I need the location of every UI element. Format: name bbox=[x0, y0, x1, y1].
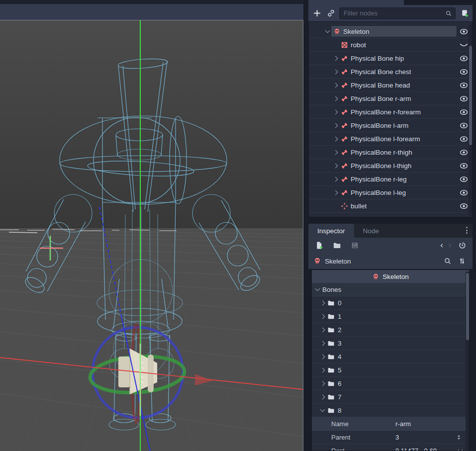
eye-open-icon[interactable] bbox=[460, 27, 468, 36]
chevron-right-icon[interactable] bbox=[333, 150, 338, 155]
folder-icon bbox=[327, 380, 335, 387]
bone-row-label: 5 bbox=[338, 366, 342, 374]
tree-row[interactable]: Physical Bone hip bbox=[309, 52, 472, 65]
chevron-right-icon[interactable] bbox=[333, 56, 338, 61]
new-resource-button[interactable] bbox=[313, 240, 324, 251]
tree-row[interactable]: Physical Bone r-arm bbox=[309, 92, 472, 105]
eye-open-icon[interactable] bbox=[460, 202, 468, 210]
tree-row[interactable]: PhysicalBone r-leg bbox=[309, 173, 472, 186]
chevron-right-icon[interactable] bbox=[320, 381, 325, 386]
spinner-icon[interactable] bbox=[456, 434, 462, 441]
chevron-right-icon[interactable] bbox=[320, 354, 325, 359]
tree-row-label: PhysicalBone l-forearm bbox=[351, 135, 420, 143]
bone-row[interactable]: 6 bbox=[312, 377, 469, 390]
tree-row[interactable]: Physical Bone head bbox=[309, 79, 472, 92]
tree-row[interactable]: robot bbox=[309, 38, 472, 52]
chevron-right-icon[interactable] bbox=[320, 327, 325, 332]
tree-row[interactable]: bullet bbox=[309, 199, 472, 213]
dock-menu-icon[interactable] bbox=[466, 227, 468, 234]
chevron-down-icon bbox=[315, 286, 320, 291]
inspector-tabbar: Inspector Node bbox=[308, 224, 473, 238]
chevron-right-icon[interactable] bbox=[333, 69, 338, 74]
property-value[interactable]: r-arm bbox=[395, 420, 462, 428]
chevron-right-icon[interactable] bbox=[333, 163, 338, 168]
tree-row-label: Skeleton bbox=[343, 28, 370, 35]
filter-nodes-box bbox=[339, 7, 456, 19]
tree-row[interactable]: AnimationPlayer bbox=[309, 213, 472, 217]
eye-open-icon[interactable] bbox=[460, 54, 468, 63]
eye-open-icon[interactable] bbox=[460, 175, 468, 183]
scene-tree-scroll-thumb[interactable] bbox=[469, 46, 472, 145]
chevron-right-icon[interactable] bbox=[320, 394, 325, 399]
add-node-button[interactable] bbox=[311, 8, 322, 19]
history-button[interactable] bbox=[457, 240, 468, 251]
bone-row[interactable]: 0 bbox=[312, 296, 469, 310]
chevron-right-icon[interactable] bbox=[333, 96, 338, 101]
bone-row[interactable]: 1 bbox=[312, 310, 469, 323]
tree-row[interactable]: Skeleton bbox=[309, 25, 472, 38]
chevron-right-icon[interactable] bbox=[333, 109, 338, 114]
viewport-3d[interactable] bbox=[0, 20, 303, 451]
folder-icon bbox=[327, 366, 335, 374]
history-forward-button[interactable]: › bbox=[448, 241, 452, 250]
tree-row[interactable]: PhysicalBone r-forearm bbox=[309, 105, 472, 119]
inspector-nodebar: Skeleton bbox=[308, 253, 473, 269]
inspector-body: Skeleton Bones 012345678 Namer-armParent… bbox=[311, 270, 470, 451]
bone-row[interactable]: 5 bbox=[312, 363, 469, 377]
eye-open-icon[interactable] bbox=[460, 148, 468, 157]
inspector-scroll-thumb[interactable] bbox=[466, 273, 469, 340]
mesh-icon bbox=[341, 41, 348, 49]
inspector-tools-button[interactable] bbox=[457, 256, 468, 267]
eye-open-icon[interactable] bbox=[460, 81, 468, 90]
chevron-right-icon[interactable] bbox=[333, 83, 338, 88]
eye-open-icon[interactable] bbox=[460, 22, 468, 23]
eye-closed-icon[interactable] bbox=[460, 41, 468, 49]
chevron-down-icon[interactable] bbox=[325, 28, 330, 33]
instance-scene-button[interactable] bbox=[325, 8, 336, 19]
tree-row[interactable]: PhysicalBone l-thigh bbox=[309, 159, 472, 173]
eye-open-icon[interactable] bbox=[460, 68, 468, 76]
tree-row-label: robot bbox=[351, 41, 366, 49]
tab-inspector[interactable]: Inspector bbox=[308, 224, 354, 238]
chevron-down-icon[interactable] bbox=[320, 407, 325, 412]
property-value[interactable]: 0.11477, -0.69 bbox=[395, 447, 457, 451]
folder-icon bbox=[327, 313, 335, 320]
section-bones[interactable]: Bones bbox=[312, 283, 469, 296]
eye-open-icon[interactable] bbox=[460, 94, 468, 103]
bone-row[interactable]: 2 bbox=[312, 323, 469, 337]
chevron-right-icon[interactable] bbox=[320, 367, 325, 372]
tree-row[interactable]: Physical Bone chest bbox=[309, 65, 472, 79]
filter-nodes-input[interactable] bbox=[343, 9, 442, 17]
chevron-down-icon[interactable] bbox=[458, 448, 463, 451]
inspector-search-button[interactable] bbox=[442, 256, 453, 267]
bone-row[interactable]: 4 bbox=[312, 350, 469, 363]
tab-node[interactable]: Node bbox=[354, 224, 388, 238]
eye-open-icon[interactable] bbox=[460, 162, 468, 170]
tree-row[interactable]: PhysicalBone r-thigh bbox=[309, 146, 472, 159]
inspector-scrollbar[interactable] bbox=[466, 271, 470, 450]
bone-row[interactable]: 3 bbox=[312, 337, 469, 350]
scene-tab-partial[interactable] bbox=[308, 0, 404, 5]
chevron-right-icon[interactable] bbox=[333, 136, 338, 141]
tree-row[interactable]: PhysicalBone l-arm bbox=[309, 119, 472, 132]
chevron-right-icon[interactable] bbox=[333, 123, 338, 128]
load-resource-button[interactable] bbox=[331, 240, 342, 251]
chevron-right-icon[interactable] bbox=[320, 314, 325, 319]
chevron-right-icon[interactable] bbox=[333, 190, 338, 195]
eye-open-icon[interactable] bbox=[460, 135, 468, 143]
attach-script-button[interactable] bbox=[459, 8, 470, 19]
eye-open-icon[interactable] bbox=[460, 108, 468, 116]
scene-tree-scrollbar[interactable] bbox=[469, 24, 473, 216]
eye-open-icon[interactable] bbox=[460, 188, 468, 197]
history-back-button[interactable]: ‹ bbox=[440, 241, 443, 250]
chevron-right-icon[interactable] bbox=[320, 341, 325, 346]
tree-row[interactable]: PhysicalBone l-forearm bbox=[309, 132, 472, 146]
eye-open-icon[interactable] bbox=[460, 121, 468, 130]
tree-row[interactable]: PhysicalBone l-leg bbox=[309, 186, 472, 199]
save-resource-button[interactable] bbox=[349, 240, 360, 251]
chevron-right-icon[interactable] bbox=[333, 177, 338, 181]
bone-row[interactable]: 8 bbox=[312, 404, 469, 417]
chevron-right-icon[interactable] bbox=[320, 300, 325, 305]
bone-row[interactable]: 7 bbox=[312, 390, 469, 404]
property-value[interactable]: 3 bbox=[395, 434, 454, 441]
